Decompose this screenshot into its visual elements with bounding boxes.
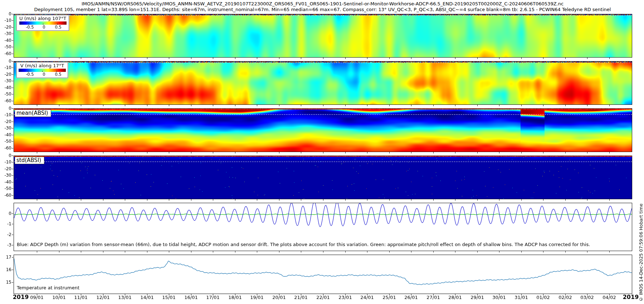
y-tick-mark — [12, 128, 13, 128]
imos-watermark: © IMOS 14-Dec-2025 07:59:06 Hobart time — [638, 204, 644, 302]
x-tick-mark — [565, 152, 566, 153]
temperature-label: Temperature at instrument — [17, 285, 79, 290]
figure-title: IMOS/ANMN/NSW/ORS065/Velocity/IMOS_ANMN-… — [14, 1, 631, 6]
y-tick-label: -10 — [1, 160, 11, 165]
adcp-figure: IMOS/ANMN/NSW/ORS065/Velocity/IMOS_ANMN-… — [0, 0, 644, 304]
x-tick-mark — [323, 294, 323, 295]
x-tick-mark — [587, 251, 587, 252]
x-tick-mark — [543, 152, 543, 153]
x-tick-mark — [37, 105, 37, 106]
x-date-label: 24/01 — [356, 295, 378, 300]
x-tick-mark — [609, 294, 610, 295]
x-tick-mark — [587, 105, 587, 106]
x-tick-mark — [279, 251, 279, 252]
y-tick-mark — [12, 40, 13, 41]
u-colorbar-legend: U (m/s) along 107°T -0.500.5 — [16, 15, 69, 31]
x-tick-mark — [81, 294, 81, 295]
y-tick-mark — [12, 108, 13, 109]
x-tick-mark — [565, 105, 566, 106]
x-tick-mark — [543, 58, 543, 59]
x-date-label: 26/01 — [400, 295, 422, 300]
y-tick-mark — [12, 148, 13, 148]
x-tick-mark — [213, 251, 213, 252]
x-tick-mark — [521, 105, 522, 106]
x-tick-mark — [521, 294, 522, 295]
x-date-label: 01/02 — [532, 295, 554, 300]
x-tick-mark — [37, 152, 37, 153]
year-label-left: 2019 — [10, 294, 31, 300]
y-tick-label: -2 — [1, 232, 11, 237]
x-tick-mark — [125, 251, 125, 252]
x-date-label: 21/01 — [290, 295, 312, 300]
x-tick-mark — [235, 105, 235, 106]
x-tick-mark — [323, 58, 323, 59]
x-tick-mark — [191, 105, 191, 106]
x-tick-mark — [411, 199, 411, 201]
x-tick-mark — [433, 199, 434, 201]
x-tick-mark — [103, 251, 103, 252]
y-tick-mark — [12, 282, 13, 283]
x-tick-mark — [235, 199, 235, 201]
colorbar-tick-label: 0.5 — [55, 25, 61, 30]
x-tick-mark — [477, 105, 478, 106]
x-tick-mark — [169, 58, 169, 59]
v-colorbar-legend: V (m/s) along 17°T -0.500.5 — [16, 62, 68, 78]
x-date-label: 22/01 — [312, 295, 334, 300]
x-tick-mark — [279, 294, 279, 295]
x-date-label: 10/01 — [48, 295, 70, 300]
x-tick-mark — [257, 294, 257, 295]
y-tick-label: -20 — [1, 72, 11, 77]
y-tick-label: -40 — [1, 85, 11, 90]
x-tick-mark — [103, 199, 103, 201]
x-tick-mark — [279, 199, 279, 201]
x-tick-mark — [191, 152, 191, 153]
x-tick-mark — [477, 199, 478, 201]
x-tick-mark — [191, 294, 191, 295]
x-tick-mark — [609, 58, 610, 59]
y-tick-mark — [12, 94, 13, 94]
x-tick-mark — [37, 199, 37, 201]
y-tick-label: -20 — [1, 25, 11, 30]
y-tick-mark — [12, 235, 13, 235]
x-tick-mark — [323, 199, 323, 201]
x-tick-mark — [59, 152, 59, 153]
x-tick-mark — [609, 251, 610, 252]
x-date-label: 18/01 — [224, 295, 246, 300]
x-tick-mark — [499, 294, 499, 295]
x-tick-mark — [59, 294, 59, 295]
std-absi-heatmap — [14, 156, 632, 199]
x-tick-mark — [213, 152, 213, 153]
x-tick-mark — [81, 199, 81, 201]
panel-mean-absi: mean(ABSI) — [14, 108, 632, 152]
y-tick-label: -30 — [1, 31, 11, 36]
y-tick-label: -60 — [1, 146, 11, 151]
x-tick-mark — [411, 251, 411, 252]
x-tick-mark — [455, 58, 455, 59]
x-tick-mark — [279, 105, 279, 106]
x-date-label: 16/01 — [180, 295, 202, 300]
x-tick-mark — [367, 105, 367, 106]
x-tick-mark — [147, 58, 147, 59]
x-tick-mark — [521, 152, 522, 153]
x-tick-mark — [521, 251, 522, 252]
panel-u-velocity: U (m/s) along 107°T -0.500.5 — [14, 14, 632, 58]
x-tick-mark — [499, 251, 499, 252]
y-tick-label: 0 — [1, 153, 11, 158]
x-tick-mark — [389, 105, 390, 106]
y-tick-label: -10 — [1, 18, 11, 23]
y-tick-mark — [12, 182, 13, 182]
x-tick-mark — [81, 58, 81, 59]
y-tick-label: 0 — [1, 59, 11, 64]
panel-temperature: Temperature at instrument — [14, 255, 632, 294]
mean-absi-label: mean(ABSI) — [15, 109, 51, 117]
x-date-label: 13/01 — [114, 295, 136, 300]
x-tick-mark — [455, 294, 455, 295]
x-tick-mark — [169, 251, 169, 252]
y-tick-mark — [12, 115, 13, 115]
x-date-label: 27/01 — [423, 295, 444, 300]
std-absi-label: std(ABSI) — [15, 157, 44, 164]
x-tick-mark — [323, 105, 323, 106]
y-tick-mark — [12, 270, 13, 270]
y-tick-mark — [12, 195, 13, 196]
y-tick-label: -50 — [1, 186, 11, 191]
